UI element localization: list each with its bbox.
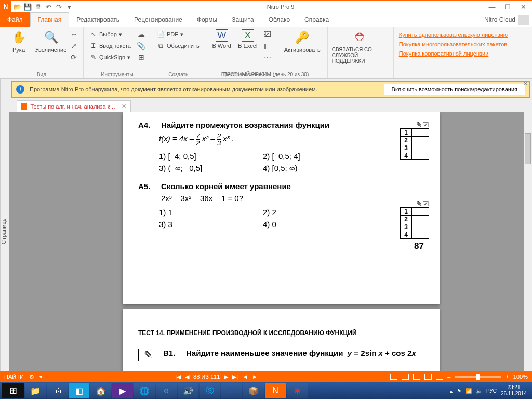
page-indicator[interactable]: 88 ИЗ 111 [193, 374, 220, 380]
app2-icon[interactable]: 🏠 [90, 383, 111, 398]
winrar-icon[interactable]: 📦 [243, 383, 264, 398]
tab-review[interactable]: Рецензирование [127, 12, 190, 27]
info-message: Программа Nitro Pro обнаружила, что доку… [30, 86, 317, 92]
tray-up-icon[interactable]: ▴ [450, 388, 453, 394]
minimize-button[interactable]: — [487, 3, 497, 11]
store-icon[interactable]: 🛍 [47, 383, 68, 398]
pages-panel-tab[interactable]: Страницы [0, 79, 9, 382]
info-icon: i [16, 85, 24, 94]
window-title: Nitro Pro 9 [74, 4, 487, 10]
first-page-icon[interactable]: |◀ [175, 374, 181, 380]
skype-icon[interactable]: Ⓢ [200, 383, 220, 398]
system-tray: ▴ ⚑ 📶 🔈 РУС 23:21 26.11.2014 [450, 384, 530, 397]
app1-icon[interactable]: ◧ [69, 383, 89, 398]
tab-cloud[interactable]: Облако [261, 12, 297, 27]
tab-help[interactable]: Справка [297, 12, 336, 27]
tab-protect[interactable]: Защита [224, 12, 261, 27]
back-icon[interactable]: ◄ [242, 374, 248, 380]
file-menu[interactable]: Файл [0, 12, 30, 27]
tray-network-icon[interactable]: 📶 [466, 388, 472, 394]
ribbon: ✋Рука 🔍Увеличение ↔ ⤢ ⟳ Вид ↖Выбор ▾ ᏆВв… [0, 27, 532, 79]
view-cont-facing-icon[interactable] [424, 374, 432, 380]
view-facing-icon[interactable] [413, 374, 420, 380]
app-logo[interactable]: N [0, 1, 11, 12]
activate-button[interactable]: 🔑Активировать [282, 29, 323, 53]
maximize-button[interactable]: ☐ [503, 3, 512, 11]
work-area: Страницы i Программа Nitro Pro обнаружил… [0, 79, 532, 382]
document-tab[interactable]: Тесты по алг. и нач. анализа к Ко... ✕ [17, 100, 131, 112]
combine-button[interactable]: ⧉Объединить [155, 41, 202, 51]
page-88: ✎☑ 1 2 3 4 A4.Найдите промежуток возраст… [123, 112, 440, 304]
buy-corp-link[interactable]: Покупка корпоративной лицензии [399, 49, 508, 58]
to-pdf-button[interactable]: 📄PDF ▾ [155, 29, 202, 39]
start-button[interactable]: ⊞ [2, 383, 24, 398]
settings-icon[interactable]: ⚙ [29, 374, 34, 380]
zoom-out-icon[interactable]: – [447, 374, 450, 380]
select-tool[interactable]: ↖Выбор ▾ [88, 29, 133, 39]
tab-home[interactable]: Главная [30, 12, 70, 27]
avatar-icon [518, 15, 529, 25]
zoom-level[interactable]: 100% [513, 374, 528, 380]
print-icon[interactable]: 🖶 [33, 2, 43, 11]
tray-clock[interactable]: 23:21 26.11.2014 [501, 384, 527, 397]
explorer-icon[interactable]: 📁 [25, 383, 46, 398]
qat-more-icon[interactable]: ▾ [64, 2, 74, 11]
document-canvas[interactable]: ✎☑ 1 2 3 4 A4.Найдите промежуток возраст… [9, 112, 532, 382]
tab-edit[interactable]: Редактировать [69, 12, 127, 27]
zoom-tool[interactable]: 🔍Увеличение [36, 29, 65, 53]
hand-tool[interactable]: ✋Рука [4, 29, 33, 53]
view-full-icon[interactable] [436, 374, 443, 380]
sound-icon[interactable]: 🔊 [178, 383, 198, 398]
tray-action-icon[interactable]: ⚑ [457, 388, 461, 394]
chrome-icon[interactable]: 🌐 [134, 383, 155, 398]
buy-single-link[interactable]: Купить однопользовательскую лицензию [399, 30, 508, 39]
to-excel-button[interactable]: XВ Excel [236, 29, 259, 49]
app3-icon[interactable]: ✱ [287, 383, 308, 398]
to-ppt-icon[interactable]: ▦ [262, 41, 273, 51]
last-page-icon[interactable]: ▶| [232, 374, 238, 380]
to-word-button[interactable]: WВ Word [210, 29, 233, 49]
fit-page-icon[interactable]: ⤢ [69, 41, 79, 51]
view-single-icon[interactable] [390, 374, 397, 380]
infobar-close-icon[interactable]: ✕ [523, 81, 527, 86]
document-tabs: Тесты по алг. и нач. анализа к Ко... ✕ [9, 100, 532, 112]
forward-icon[interactable]: ► [252, 374, 258, 380]
next-page-icon[interactable]: ▶ [224, 374, 228, 380]
nitro-taskbar-icon[interactable]: N [265, 383, 286, 398]
support-button[interactable]: ⛑СВЯЗАТЬСЯ СО СЛУЖБОЙ ПОДДЕРЖКИ [332, 29, 389, 64]
word-icon[interactable]: W [221, 383, 242, 398]
nitro-cloud[interactable]: Nitro Cloud [484, 15, 532, 25]
tab-close-icon[interactable]: ✕ [122, 103, 126, 110]
save-icon[interactable]: 💾 [23, 2, 32, 11]
tab-forms[interactable]: Формы [190, 12, 224, 27]
ie-icon[interactable]: e [156, 383, 177, 398]
fit-width-icon[interactable]: ↔ [69, 29, 79, 39]
to-image-icon[interactable]: 🖼 [262, 29, 273, 39]
prev-page-icon[interactable]: ◀ [185, 374, 189, 380]
media-icon[interactable]: ▶ [112, 383, 133, 398]
tray-volume-icon[interactable]: 🔈 [476, 388, 482, 394]
find-button[interactable]: НАЙТИ [4, 374, 24, 380]
zoom-slider[interactable] [455, 376, 501, 378]
tray-lang[interactable]: РУС [486, 388, 497, 394]
cloud-icon[interactable]: ☁ [136, 29, 147, 39]
type-text-tool[interactable]: ᏆВвод текста [88, 41, 133, 51]
stamp-icon[interactable]: ⊞ [136, 52, 147, 62]
open-icon[interactable]: 📂 [12, 2, 22, 11]
dropdown-icon[interactable]: ▾ [39, 374, 43, 380]
enable-ocr-button[interactable]: Включить возможность поиска/редактирован… [384, 84, 525, 95]
zoom-in-icon[interactable]: + [506, 374, 509, 380]
close-button[interactable]: ✕ [518, 3, 528, 11]
rotate-icon[interactable]: ⟳ [69, 52, 79, 62]
buy-multi-link[interactable]: Покупка многопользовательских пакетов [399, 39, 508, 49]
undo-icon[interactable]: ↶ [44, 2, 53, 11]
attach-icon[interactable]: 📎 [136, 41, 147, 51]
quick-access-toolbar: N 📂 💾 🖶 ↶ ↷ ▾ [0, 1, 74, 12]
vertical-scrollbar[interactable] [524, 112, 532, 382]
purchase-links: Купить однопользовательскую лицензию Пок… [394, 27, 513, 78]
to-other-icon[interactable]: ⋯ [262, 52, 273, 62]
pdf-icon [21, 103, 27, 110]
quicksign-tool[interactable]: ✎QuickSign ▾ [88, 52, 133, 62]
view-cont-icon[interactable] [402, 374, 409, 380]
redo-icon[interactable]: ↷ [54, 2, 63, 11]
